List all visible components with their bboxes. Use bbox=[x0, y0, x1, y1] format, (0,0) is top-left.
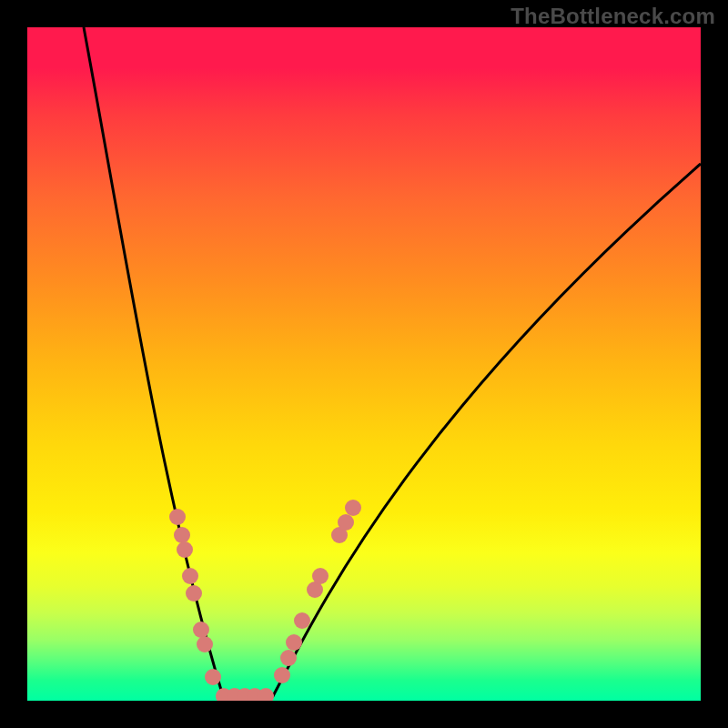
data-point bbox=[280, 650, 297, 666]
chart-area bbox=[27, 27, 701, 701]
data-point bbox=[186, 585, 202, 602]
data-point bbox=[338, 514, 354, 531]
data-point bbox=[177, 541, 193, 558]
bottleneck-curve bbox=[84, 27, 701, 696]
data-point bbox=[174, 527, 190, 543]
data-points bbox=[169, 500, 361, 701]
data-point bbox=[345, 500, 361, 516]
data-point bbox=[205, 669, 221, 685]
data-point bbox=[193, 622, 209, 638]
watermark-text: TheBottleneck.com bbox=[511, 4, 715, 29]
data-point bbox=[312, 568, 329, 584]
data-point bbox=[294, 612, 310, 629]
data-point bbox=[274, 667, 290, 683]
data-point bbox=[182, 568, 198, 584]
data-point bbox=[197, 636, 213, 652]
bottleneck-plot bbox=[27, 27, 701, 701]
data-point bbox=[169, 509, 186, 525]
data-point bbox=[286, 634, 302, 651]
